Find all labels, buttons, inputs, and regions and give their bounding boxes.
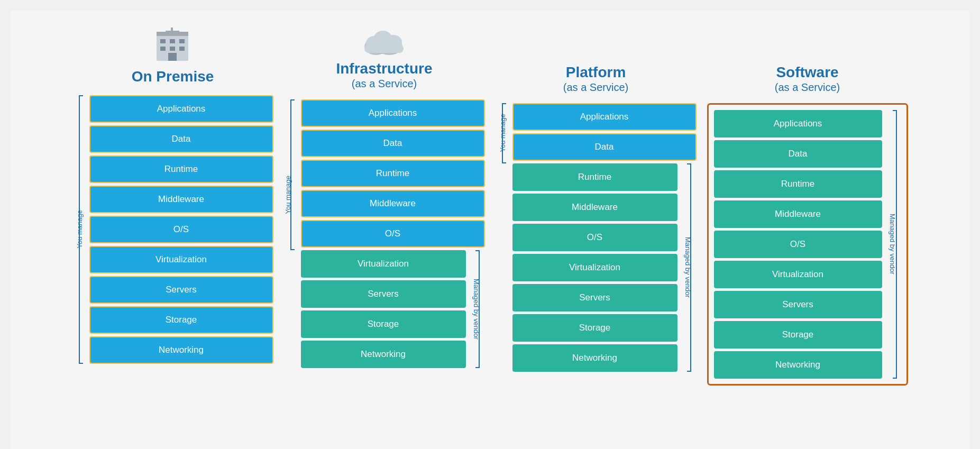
tile-os: O/S xyxy=(512,224,677,251)
software-header: Software (as a Service) xyxy=(775,26,840,94)
tile-applications: Applications xyxy=(512,103,697,131)
building-icon xyxy=(154,26,191,63)
tile-middleware: Middleware xyxy=(89,186,273,213)
platform-subtitle: (as a Service) xyxy=(563,81,628,94)
tile-servers: Servers xyxy=(512,284,677,311)
platform-header: Platform (as a Service) xyxy=(563,26,628,94)
on-premise-you-manage-label: You manage xyxy=(76,210,84,249)
platform-body: You manage Applications Data Runtime Mid… xyxy=(496,103,697,372)
tile-applications: Applications xyxy=(301,99,485,127)
cloud-icon xyxy=(363,26,405,56)
on-premise-title: On Premise xyxy=(132,68,214,86)
infrastructure-title: Infrastructure xyxy=(336,60,432,78)
tile-applications: Applications xyxy=(714,110,882,138)
tile-virtualization: Virtualization xyxy=(512,254,677,281)
tile-applications: Applications xyxy=(89,95,273,123)
column-on-premise: On Premise You manage Applications Data … xyxy=(67,26,279,364)
tile-storage: Storage xyxy=(301,310,466,338)
tile-data: Data xyxy=(89,125,273,153)
tile-runtime: Runtime xyxy=(512,163,677,191)
software-tiles: Applications Data Runtime Middleware O/S… xyxy=(714,110,882,379)
column-infrastructure: Infrastructure (as a Service) You manage… xyxy=(279,26,490,368)
infra-vendor-tiles: Virtualization Servers Storage Networkin… xyxy=(301,250,466,368)
infra-vendor-label: Managed by vendor xyxy=(472,279,480,340)
tile-virtualization: Virtualization xyxy=(301,250,466,278)
platform-vendor-tiles: Runtime Middleware O/S Virtualization Se… xyxy=(512,163,677,372)
tile-middleware: Middleware xyxy=(512,194,677,221)
tile-data: Data xyxy=(301,130,485,157)
tile-virtualization: Virtualization xyxy=(89,246,273,273)
platform-you-manage-label: You manage xyxy=(499,114,507,152)
tile-virtualization: Virtualization xyxy=(714,261,882,288)
tile-runtime: Runtime xyxy=(714,170,882,198)
tile-networking: Networking xyxy=(512,344,677,372)
platform-title: Platform xyxy=(566,63,626,81)
svg-rect-6 xyxy=(170,47,175,51)
tile-servers: Servers xyxy=(301,280,466,308)
tile-storage: Storage xyxy=(714,321,882,349)
infra-you-manage-label: You manage xyxy=(284,176,299,214)
on-premise-header: On Premise xyxy=(132,26,214,86)
software-vendor-label: Managed by vendor xyxy=(889,214,896,274)
tile-networking: Networking xyxy=(301,341,466,368)
tile-runtime: Runtime xyxy=(89,155,273,183)
software-title: Software xyxy=(776,63,838,81)
platform-you-tiles: Applications Data xyxy=(512,103,697,161)
infra-you-manage-tiles: Applications Data Runtime Middleware O/S xyxy=(301,99,485,248)
infrastructure-header: Infrastructure (as a Service) xyxy=(336,26,432,90)
on-premise-body: You manage Applications Data Runtime Mid… xyxy=(72,95,273,364)
tile-middleware: Middleware xyxy=(714,200,882,228)
tile-runtime: Runtime xyxy=(301,160,485,187)
tile-storage: Storage xyxy=(512,314,677,342)
infrastructure-body: You manage Applications Data Runtime Mid… xyxy=(284,99,485,368)
svg-rect-5 xyxy=(160,47,166,51)
tile-middleware: Middleware xyxy=(301,190,485,217)
software-subtitle: (as a Service) xyxy=(775,81,840,94)
svg-rect-7 xyxy=(179,47,185,51)
infrastructure-subtitle: (as a Service) xyxy=(352,78,417,90)
tile-servers: Servers xyxy=(714,291,882,318)
tile-os: O/S xyxy=(714,231,882,258)
tile-storage: Storage xyxy=(89,306,273,334)
tile-servers: Servers xyxy=(89,276,273,304)
tile-os: O/S xyxy=(89,216,273,243)
column-software: Software (as a Service) Applications Dat… xyxy=(702,26,913,386)
tile-data: Data xyxy=(714,140,882,168)
svg-rect-8 xyxy=(168,53,177,61)
svg-rect-4 xyxy=(179,39,185,43)
platform-vendor-label: Managed by vendor xyxy=(684,237,692,298)
tile-networking: Networking xyxy=(89,336,273,364)
tile-os: O/S xyxy=(301,220,485,248)
column-platform: Platform (as a Service) You manage Appli… xyxy=(490,26,702,372)
tile-data: Data xyxy=(512,133,697,161)
tile-networking: Networking xyxy=(714,351,882,379)
svg-rect-3 xyxy=(170,39,175,43)
diagram: On Premise You manage Applications Data … xyxy=(11,11,969,449)
software-box: Applications Data Runtime Middleware O/S… xyxy=(707,103,908,386)
svg-rect-10 xyxy=(166,31,179,33)
svg-rect-16 xyxy=(364,44,404,53)
svg-rect-2 xyxy=(160,39,166,43)
software-vendor-bracket: Managed by vendor xyxy=(884,110,901,379)
on-premise-tiles: Applications Data Runtime Middleware O/S… xyxy=(89,95,273,364)
